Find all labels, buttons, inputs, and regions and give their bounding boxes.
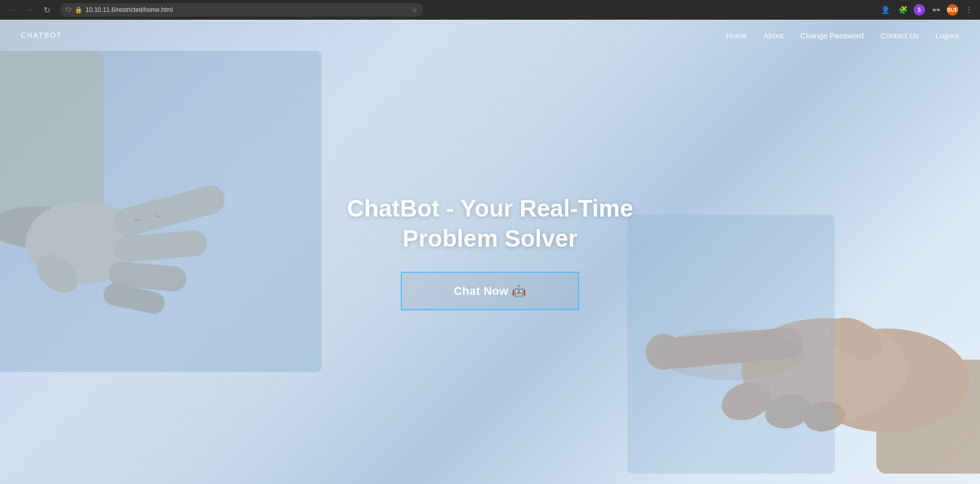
eyeglasses-extension[interactable]: 👓 xyxy=(929,3,943,17)
hero-content: ChatBot - Your Real-Time Problem Solver … xyxy=(309,194,671,310)
reload-button[interactable]: ↻ xyxy=(39,3,54,17)
nav-logout[interactable]: Logout xyxy=(935,31,959,40)
security-icon: 🛡 xyxy=(65,6,72,13)
browser-toolbar: 👤 🧩 5 👓 BUF ⋮ xyxy=(878,3,976,17)
extension-badge-orange[interactable]: BUF xyxy=(947,4,958,16)
nav-home[interactable]: Home xyxy=(726,31,747,40)
nav-change-password[interactable]: Change Password xyxy=(800,31,864,40)
chat-now-button[interactable]: Chat Now 🤖 xyxy=(401,272,579,310)
forward-button[interactable]: → xyxy=(22,3,36,17)
bookmark-button[interactable]: ☆ xyxy=(412,6,418,14)
site-logo: ChatBot xyxy=(21,31,62,39)
human-hand-image xyxy=(627,215,980,474)
svg-rect-10 xyxy=(0,51,321,372)
extension-badge-purple[interactable]: 5 xyxy=(914,4,925,16)
profile-button[interactable]: 👤 xyxy=(878,3,892,17)
lock-icon: 🔒 xyxy=(75,6,82,13)
extensions-button[interactable]: 🧩 xyxy=(896,3,909,17)
url-display[interactable]: 10.10.11.6/restricted/home.html xyxy=(86,6,409,13)
nav-links: Home About Change Password Contact Us Lo… xyxy=(726,31,959,40)
nav-about[interactable]: About xyxy=(763,31,783,40)
hero-title: ChatBot - Your Real-Time Problem Solver xyxy=(309,194,671,253)
browser-chrome: ← → ↻ 🛡 🔒 10.10.11.6/restricted/home.htm… xyxy=(0,0,980,20)
nav-contact-us[interactable]: Contact Us xyxy=(880,31,919,40)
back-button[interactable]: ← xyxy=(4,3,19,17)
address-bar: 🛡 🔒 10.10.11.6/restricted/home.html ☆ xyxy=(60,3,423,17)
robot-hand-image xyxy=(0,51,321,372)
menu-button[interactable]: ⋮ xyxy=(962,3,976,17)
website: ChatBot Home About Change Password Conta… xyxy=(0,20,980,484)
navbar: ChatBot Home About Change Password Conta… xyxy=(0,20,980,51)
